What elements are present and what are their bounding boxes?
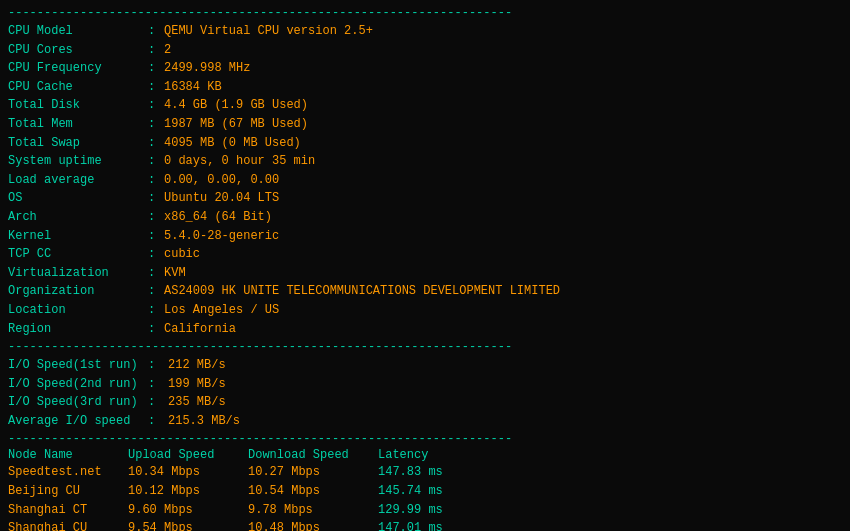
io-avg-value: 215.3 MB/s: [168, 412, 240, 431]
cpu-model-row: CPU Model : QEMU Virtual CPU version 2.5…: [8, 22, 842, 41]
cpu-freq-label: CPU Frequency: [8, 59, 148, 78]
total-mem-label: Total Mem: [8, 115, 148, 134]
total-mem-value: 1987 MB (67 MB Used): [164, 115, 308, 134]
total-mem-row: Total Mem : 1987 MB (67 MB Used): [8, 115, 842, 134]
system-uptime-row: System uptime : 0 days, 0 hour 35 min: [8, 152, 842, 171]
tcp-cc-value: cubic: [164, 245, 200, 264]
cell-download: 10.27 Mbps: [248, 463, 378, 482]
cell-latency: 147.01 ms: [378, 519, 842, 531]
io-run2-row: I/O Speed(2nd run) : 199 MB/s: [8, 375, 842, 394]
speed-table: Node Name Upload Speed Download Speed La…: [8, 448, 842, 531]
kernel-value: 5.4.0-28-generic: [164, 227, 279, 246]
region-label: Region: [8, 320, 148, 339]
cpu-cache-value: 16384 KB: [164, 78, 222, 97]
virt-value: KVM: [164, 264, 186, 283]
divider-top: ----------------------------------------…: [8, 6, 842, 20]
org-row: Organization : AS24009 HK UNITE TELECOMM…: [8, 282, 842, 301]
cell-download: 9.78 Mbps: [248, 501, 378, 520]
region-row: Region : California: [8, 320, 842, 339]
tcp-cc-row: TCP CC : cubic: [8, 245, 842, 264]
virt-row: Virtualization : KVM: [8, 264, 842, 283]
tcp-cc-label: TCP CC: [8, 245, 148, 264]
cell-download: 10.54 Mbps: [248, 482, 378, 501]
location-value: Los Angeles / US: [164, 301, 279, 320]
table-row: Speedtest.net 10.34 Mbps 10.27 Mbps 147.…: [8, 463, 842, 482]
io-avg-row: Average I/O speed : 215.3 MB/s: [8, 412, 842, 431]
io-run3-label: I/O Speed(3rd run): [8, 393, 148, 412]
cell-latency: 147.83 ms: [378, 463, 842, 482]
cpu-cores-label: CPU Cores: [8, 41, 148, 60]
total-swap-value: 4095 MB (0 MB Used): [164, 134, 301, 153]
org-value: AS24009 HK UNITE TELECOMMUNICATIONS DEVE…: [164, 282, 560, 301]
cell-upload: 10.12 Mbps: [128, 482, 248, 501]
cpu-model-label: CPU Model: [8, 22, 148, 41]
cpu-cache-label: CPU Cache: [8, 78, 148, 97]
cpu-freq-row: CPU Frequency : 2499.998 MHz: [8, 59, 842, 78]
cpu-model-value: QEMU Virtual CPU version 2.5+: [164, 22, 373, 41]
table-row: Shanghai CU 9.54 Mbps 10.48 Mbps 147.01 …: [8, 519, 842, 531]
total-disk-value: 4.4 GB (1.9 GB Used): [164, 96, 308, 115]
cpu-freq-value: 2499.998 MHz: [164, 59, 250, 78]
cell-download: 10.48 Mbps: [248, 519, 378, 531]
divider-3: ----------------------------------------…: [8, 432, 842, 446]
region-value: California: [164, 320, 236, 339]
load-avg-label: Load average: [8, 171, 148, 190]
cpu-cores-value: 2: [164, 41, 171, 60]
location-label: Location: [8, 301, 148, 320]
total-disk-row: Total Disk : 4.4 GB (1.9 GB Used): [8, 96, 842, 115]
colon: :: [148, 22, 164, 41]
total-swap-row: Total Swap : 4095 MB (0 MB Used): [8, 134, 842, 153]
cpu-cores-row: CPU Cores : 2: [8, 41, 842, 60]
org-label: Organization: [8, 282, 148, 301]
cell-node: Shanghai CT: [8, 501, 128, 520]
os-row: OS : Ubuntu 20.04 LTS: [8, 189, 842, 208]
io-run1-value: 212 MB/s: [168, 356, 226, 375]
io-run3-row: I/O Speed(3rd run) : 235 MB/s: [8, 393, 842, 412]
os-value: Ubuntu 20.04 LTS: [164, 189, 279, 208]
kernel-row: Kernel : 5.4.0-28-generic: [8, 227, 842, 246]
table-row: Shanghai CT 9.60 Mbps 9.78 Mbps 129.99 m…: [8, 501, 842, 520]
arch-row: Arch : x86_64 (64 Bit): [8, 208, 842, 227]
load-avg-value: 0.00, 0.00, 0.00: [164, 171, 279, 190]
arch-value: x86_64 (64 Bit): [164, 208, 272, 227]
system-uptime-value: 0 days, 0 hour 35 min: [164, 152, 315, 171]
table-row: Beijing CU 10.12 Mbps 10.54 Mbps 145.74 …: [8, 482, 842, 501]
total-disk-label: Total Disk: [8, 96, 148, 115]
load-avg-row: Load average : 0.00, 0.00, 0.00: [8, 171, 842, 190]
cell-upload: 9.54 Mbps: [128, 519, 248, 531]
location-row: Location : Los Angeles / US: [8, 301, 842, 320]
cell-upload: 10.34 Mbps: [128, 463, 248, 482]
col-header-latency: Latency: [378, 448, 842, 463]
io-avg-label: Average I/O speed: [8, 412, 148, 431]
divider-2: ----------------------------------------…: [8, 340, 842, 354]
col-header-node: Node Name: [8, 448, 128, 463]
kernel-label: Kernel: [8, 227, 148, 246]
system-uptime-label: System uptime: [8, 152, 148, 171]
io-run2-label: I/O Speed(2nd run): [8, 375, 148, 394]
os-label: OS: [8, 189, 148, 208]
io-run3-value: 235 MB/s: [168, 393, 226, 412]
total-swap-label: Total Swap: [8, 134, 148, 153]
cell-latency: 145.74 ms: [378, 482, 842, 501]
cell-upload: 9.60 Mbps: [128, 501, 248, 520]
col-header-download: Download Speed: [248, 448, 378, 463]
cpu-cache-row: CPU Cache : 16384 KB: [8, 78, 842, 97]
io-run2-value: 199 MB/s: [168, 375, 226, 394]
io-run1-row: I/O Speed(1st run) : 212 MB/s: [8, 356, 842, 375]
io-run1-label: I/O Speed(1st run): [8, 356, 148, 375]
cell-node: Beijing CU: [8, 482, 128, 501]
arch-label: Arch: [8, 208, 148, 227]
cell-latency: 129.99 ms: [378, 501, 842, 520]
col-header-upload: Upload Speed: [128, 448, 248, 463]
virt-label: Virtualization: [8, 264, 148, 283]
cell-node: Speedtest.net: [8, 463, 128, 482]
cell-node: Shanghai CU: [8, 519, 128, 531]
